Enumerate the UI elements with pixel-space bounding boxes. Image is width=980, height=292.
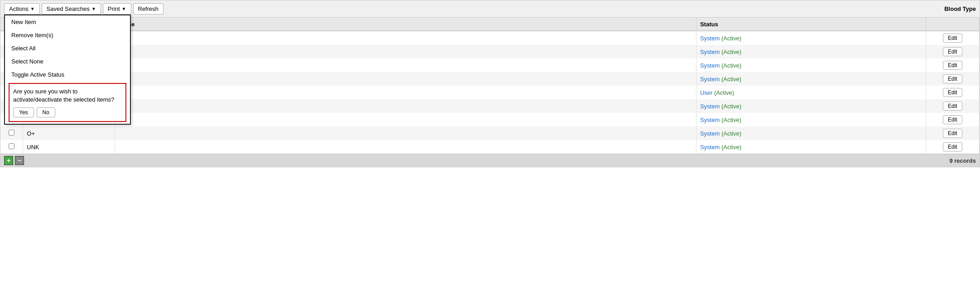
- table-row: O- System (Active) Edit: [0, 113, 980, 127]
- col-status-header: Status: [696, 18, 926, 31]
- row-name: [115, 127, 697, 140]
- row-name: [115, 99, 697, 113]
- edit-button[interactable]: Edit: [943, 115, 962, 124]
- dropdown-item-select-none[interactable]: Select None: [5, 55, 130, 68]
- status-owner: System: [700, 130, 720, 137]
- status-state: (Active): [721, 49, 741, 55]
- status-state: (Active): [721, 130, 741, 137]
- confirm-buttons: Yes No: [13, 107, 122, 117]
- edit-button[interactable]: Edit: [943, 61, 962, 70]
- row-name: [115, 45, 697, 58]
- actions-dropdown-container: Actions ▼ New Item Remove Item(s) Select…: [4, 3, 40, 15]
- confirm-no-button[interactable]: No: [37, 107, 55, 117]
- saved-searches-button[interactable]: Saved Searches ▼: [42, 3, 101, 15]
- footer-bar: + − 9 records: [0, 154, 980, 167]
- row-edit-cell: Edit: [926, 72, 979, 86]
- edit-button[interactable]: Edit: [943, 129, 962, 138]
- row-edit-cell: Edit: [926, 86, 979, 99]
- row-checkbox[interactable]: [9, 143, 14, 149]
- status-owner: System: [700, 117, 720, 123]
- status-owner: System: [700, 49, 720, 55]
- row-edit-cell: Edit: [926, 31, 979, 45]
- row-edit-cell: Edit: [926, 99, 979, 113]
- edit-button[interactable]: Edit: [943, 74, 962, 83]
- status-owner: System: [700, 144, 720, 151]
- status-owner: System: [700, 103, 720, 110]
- status-owner: System: [700, 62, 720, 69]
- row-name: [115, 58, 697, 72]
- print-button[interactable]: Print ▼: [103, 3, 131, 15]
- print-label: Print: [108, 5, 120, 12]
- dropdown-item-new-item[interactable]: New Item: [5, 15, 130, 29]
- row-name: [115, 113, 697, 127]
- row-name: [115, 31, 697, 45]
- table-header-row: Code Name Status: [0, 18, 980, 31]
- status-state: (Active): [721, 144, 741, 151]
- saved-searches-caret-icon: ▼: [91, 6, 96, 11]
- table-row: O+ System (Active) Edit: [0, 127, 980, 140]
- saved-searches-label: Saved Searches: [47, 5, 90, 12]
- row-name: [115, 140, 697, 154]
- row-name: [115, 86, 697, 99]
- status-state: (Active): [721, 103, 741, 110]
- col-name-header: Name: [115, 18, 697, 31]
- data-table: Code Name Status A- System (Active) Edit: [0, 18, 980, 154]
- row-checkbox-cell: [0, 127, 23, 140]
- row-edit-cell: Edit: [926, 113, 979, 127]
- row-status: System (Active): [696, 99, 926, 113]
- row-edit-cell: Edit: [926, 140, 979, 154]
- row-code: O+: [23, 127, 115, 140]
- row-status: System (Active): [696, 113, 926, 127]
- status-owner: System: [700, 35, 720, 42]
- col-edit-header: [926, 18, 979, 31]
- row-status: User (Active): [696, 86, 926, 99]
- print-caret-icon: ▼: [122, 6, 126, 11]
- toolbar: Actions ▼ New Item Remove Item(s) Select…: [0, 0, 980, 18]
- row-status: System (Active): [696, 58, 926, 72]
- row-edit-cell: Edit: [926, 127, 979, 140]
- refresh-button[interactable]: Refresh: [133, 3, 164, 15]
- edit-button[interactable]: Edit: [943, 47, 962, 56]
- confirm-message: Are you sure you wish to activate/deacti…: [13, 88, 122, 104]
- status-owner: System: [700, 76, 720, 83]
- row-status: System (Active): [696, 31, 926, 45]
- actions-caret-icon: ▼: [30, 6, 35, 11]
- row-checkbox-cell: [0, 140, 23, 154]
- records-count: 9 records: [949, 157, 976, 164]
- status-owner: User: [700, 89, 712, 96]
- status-state: (Active): [721, 35, 741, 42]
- actions-button[interactable]: Actions ▼: [4, 3, 40, 15]
- dropdown-item-toggle-active[interactable]: Toggle Active Status: [5, 68, 130, 81]
- remove-record-button[interactable]: −: [15, 156, 24, 165]
- row-status: System (Active): [696, 140, 926, 154]
- confirm-yes-button[interactable]: Yes: [13, 107, 34, 117]
- edit-button[interactable]: Edit: [943, 34, 962, 43]
- page-wrapper: Actions ▼ New Item Remove Item(s) Select…: [0, 0, 980, 167]
- actions-dropdown-menu: New Item Remove Item(s) Select All Selec…: [4, 15, 131, 125]
- table-row: AB+ System (Active) Edit: [0, 72, 980, 86]
- actions-label: Actions: [9, 5, 29, 12]
- row-status: System (Active): [696, 72, 926, 86]
- table-row: UNK System (Active) Edit: [0, 140, 980, 154]
- table-row: B+ System (Active) Edit: [0, 99, 980, 113]
- edit-button[interactable]: Edit: [943, 102, 962, 111]
- dropdown-item-remove-items[interactable]: Remove Item(s): [5, 29, 130, 42]
- row-status: System (Active): [696, 127, 926, 140]
- status-state: (Active): [721, 76, 741, 83]
- edit-button[interactable]: Edit: [943, 142, 962, 151]
- table-row: A- System (Active) Edit: [0, 31, 980, 45]
- row-name: [115, 72, 697, 86]
- add-record-button[interactable]: +: [4, 156, 13, 165]
- row-edit-cell: Edit: [926, 58, 979, 72]
- table-row: AB- System (Active) Edit: [0, 58, 980, 72]
- status-state: (Active): [721, 117, 741, 123]
- refresh-label: Refresh: [138, 5, 159, 12]
- table-row: A+ System (Active) Edit: [0, 45, 980, 58]
- row-status: System (Active): [696, 45, 926, 58]
- blood-type-heading: Blood Type: [944, 5, 976, 12]
- dropdown-item-select-all[interactable]: Select All: [5, 42, 130, 55]
- table-row: B- User (Active) Edit: [0, 86, 980, 99]
- row-checkbox[interactable]: [9, 130, 14, 136]
- edit-button[interactable]: Edit: [943, 88, 962, 97]
- confirm-box: Are you sure you wish to activate/deacti…: [9, 83, 126, 122]
